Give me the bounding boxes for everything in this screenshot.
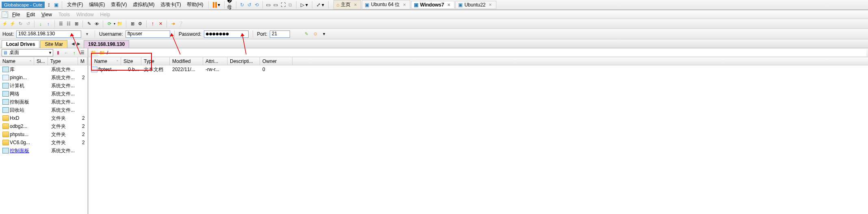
upload-icon[interactable]: ↑ xyxy=(45,21,52,27)
list-icon[interactable]: ☰ xyxy=(58,21,64,27)
file-row[interactable]: 控制面板系统文件... xyxy=(0,98,87,106)
vm-snapshot2-icon[interactable]: ↺ xyxy=(246,2,253,8)
close-icon[interactable]: × xyxy=(489,2,491,8)
up-icon[interactable]: ↑ xyxy=(71,50,78,56)
vm-expand-button[interactable]: ⤢ ▾ xyxy=(315,1,326,9)
vm-tab-windows7[interactable]: ▣ Windows7 × xyxy=(411,1,455,9)
file-row[interactable]: odbg2...文件夹2 xyxy=(0,122,87,130)
col-type[interactable]: Type xyxy=(141,57,170,65)
file-row[interactable]: pingin...系统文件...2 xyxy=(0,73,87,82)
col-size[interactable]: Size xyxy=(121,57,141,65)
file-row[interactable]: ftptest....0 b...文本文档2022/11/...-rw-r...… xyxy=(89,65,868,73)
vm-menu-file[interactable]: 文件(F) xyxy=(65,0,85,9)
vm-menu-help[interactable]: 帮助(H) xyxy=(184,0,206,9)
ftp-menu-help[interactable]: Help xyxy=(98,11,113,18)
file-row[interactable]: 控制面板系统文件... xyxy=(0,147,87,155)
file-icon xyxy=(2,75,9,80)
ftp-menu-view[interactable]: View xyxy=(39,11,54,18)
vm-window2-icon[interactable]: ▭ xyxy=(273,2,279,8)
thumbtack-icon[interactable]: ⟟ xyxy=(45,2,52,8)
view-icon[interactable]: 👁 xyxy=(93,21,100,27)
tab-prev-icon[interactable]: ◀ xyxy=(71,41,76,46)
new-doc-icon[interactable]: 📄 xyxy=(2,11,8,18)
host-input[interactable]: 192.168.198.130 xyxy=(16,30,81,38)
bookmark-icon[interactable]: ▮ xyxy=(55,50,61,56)
port-input[interactable]: 21 xyxy=(270,30,290,38)
go-icon[interactable]: ➜ xyxy=(170,21,176,27)
file-row[interactable]: 计算机系统文件... xyxy=(0,82,87,90)
ftp-menu-file[interactable]: File xyxy=(10,11,22,18)
edit-icon[interactable]: ✎ xyxy=(86,21,92,27)
tab-next-icon[interactable]: ▶ xyxy=(76,41,81,46)
monitor-icon[interactable]: ▣ xyxy=(53,2,59,8)
file-row[interactable]: phpstu...文件夹2 xyxy=(0,130,87,138)
dropdown-icon[interactable]: ▼ xyxy=(84,32,91,36)
vm-send-icon[interactable]: �母 xyxy=(227,2,234,8)
ftp-tab-local[interactable]: Local Drives xyxy=(2,40,39,48)
vm-snapshot3-icon[interactable]: ⟲ xyxy=(253,2,260,8)
vm-unity-icon[interactable]: ⧉ xyxy=(287,2,294,8)
help-icon[interactable]: ❔ xyxy=(177,21,184,27)
remote-file-list[interactable]: ftptest....0 b...文本文档2022/11/...-rw-r...… xyxy=(89,65,868,214)
dropdown2-icon[interactable]: ▾ xyxy=(321,31,327,37)
vm-snapshot-icon[interactable]: ↻ xyxy=(239,2,245,8)
ftp-menu-window[interactable]: Window xyxy=(74,11,96,18)
password-input[interactable]: ●●●●●●● xyxy=(204,30,249,38)
vm-menu-view[interactable]: 查看(V) xyxy=(108,0,130,9)
col-descripti...[interactable]: Descripti... xyxy=(227,57,260,65)
file-row[interactable]: 网络系统文件... xyxy=(0,90,87,98)
back-icon[interactable]: ← xyxy=(63,50,69,56)
local-path-combo[interactable]: 🖥 桌面 ▼ xyxy=(2,49,53,56)
local-file-list[interactable]: 库系统文件...pingin...系统文件...2计算机系统文件...网络系统文… xyxy=(0,65,87,214)
vm-fullscreen-icon[interactable]: ⛶ xyxy=(280,2,286,8)
disconnect-icon[interactable]: ⚡ xyxy=(9,21,16,27)
list2-icon[interactable]: ☷ xyxy=(65,21,72,27)
ftp-tab-sitemanager[interactable]: Site Mar xyxy=(40,40,67,48)
newfolder-icon[interactable]: 📁 xyxy=(117,21,123,27)
quickconnect-icon[interactable]: ✎ xyxy=(303,31,310,37)
col-type[interactable]: Type xyxy=(48,57,78,65)
list3-icon[interactable]: ⊞ xyxy=(73,21,80,27)
col-modified[interactable]: Modified xyxy=(170,57,203,65)
up-folder-icon[interactable]: 📁 xyxy=(90,50,97,56)
col-attri...[interactable]: Attri... xyxy=(203,57,227,65)
ftp-tab-remote[interactable]: 192.168.198.130 xyxy=(84,40,129,48)
vm-tab-home[interactable]: ⌂ 主页 × xyxy=(333,0,361,9)
username-input[interactable]: ftpuser xyxy=(126,30,170,38)
file-row[interactable]: 库系统文件... xyxy=(0,65,87,73)
wizard-icon[interactable]: ⚙ xyxy=(137,21,143,27)
close-icon[interactable]: × xyxy=(354,2,357,8)
vm-tab-ubuntu64[interactable]: ▣ Ubuntu 64 位 × xyxy=(362,0,410,9)
ftp-menu-edit[interactable]: Edit xyxy=(24,11,37,18)
refresh-icon[interactable]: ⟳ xyxy=(106,21,113,27)
reconnect2-icon[interactable]: ↺ xyxy=(25,21,31,27)
abort-icon[interactable]: ! xyxy=(149,21,156,27)
file-row[interactable]: VC6.0g...文件夹2 xyxy=(0,138,87,147)
list-icon[interactable]: ☰ xyxy=(79,50,86,56)
vm-menu-edit[interactable]: 编辑(E) xyxy=(87,0,108,9)
vm-console-button[interactable]: ▷ ▾ xyxy=(299,1,310,9)
reconnect-icon[interactable]: ↻ xyxy=(17,21,24,27)
col-name[interactable]: Name^ xyxy=(0,57,34,65)
close-icon[interactable]: × xyxy=(447,2,450,8)
vm-tab-ubuntu22[interactable]: ▣ Ubuntu22 × xyxy=(455,1,496,9)
options-icon[interactable]: ⊙ xyxy=(312,31,318,37)
col-size[interactable]: Si... xyxy=(34,57,48,65)
ftp-menu-tools[interactable]: Tools xyxy=(56,11,72,18)
connect-icon[interactable]: ⚡ xyxy=(2,21,8,27)
vm-pause-button[interactable]: ▾ xyxy=(211,1,222,9)
file-row[interactable]: HxD文件夹2 xyxy=(0,114,87,122)
file-row[interactable]: 回收站系统文件... xyxy=(0,106,87,114)
vm-menu-vm[interactable]: 虚拟机(M) xyxy=(130,0,157,9)
dropdown-icon[interactable]: ▼ xyxy=(48,51,52,55)
remote-path-combo[interactable]: 📁 / xyxy=(98,49,866,56)
schedule-icon[interactable]: ⊞ xyxy=(129,21,136,27)
vm-window1-icon[interactable]: ▭ xyxy=(265,2,272,8)
close-icon[interactable]: × xyxy=(403,2,406,8)
col-name[interactable]: Name^ xyxy=(89,57,121,65)
download-icon[interactable]: ↓ xyxy=(37,21,44,27)
col-modified[interactable]: M xyxy=(78,57,87,65)
vm-menu-tabs[interactable]: 选项卡(T) xyxy=(158,0,184,9)
col-owner[interactable]: Owner xyxy=(260,57,292,65)
delete-icon[interactable]: ✕ xyxy=(157,21,164,27)
